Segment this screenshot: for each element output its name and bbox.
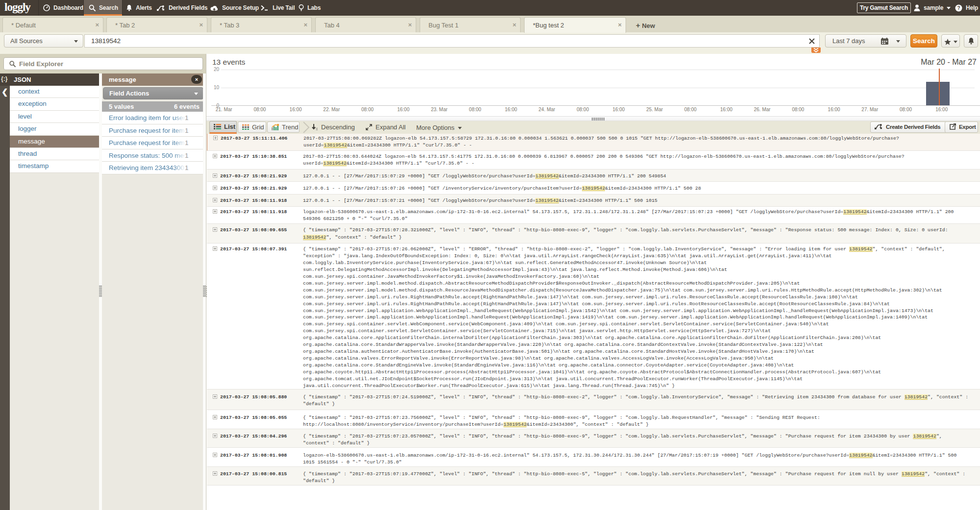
- svg-text:?: ?: [957, 5, 960, 11]
